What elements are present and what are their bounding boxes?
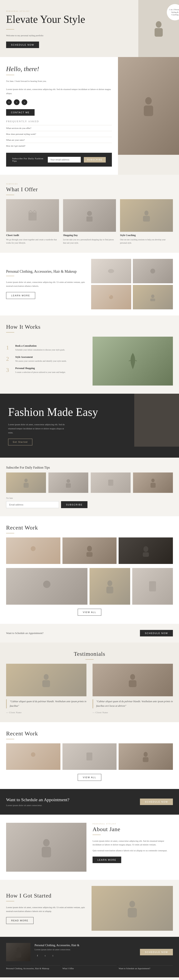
- subscribe-bar: Subscribe For Daily Fashion Tips Subscri…: [6, 153, 112, 167]
- testimonial-1-author: — Client Name: [6, 711, 22, 714]
- faq-item-1[interactable]: What services do you offer?: [6, 125, 112, 131]
- how-started-section: How I Got Started Lorem ipsum dolor sit …: [0, 880, 179, 937]
- cta-schedule-section: Want to Schedule an Appointment? Schedul…: [0, 624, 179, 643]
- step-1-desc: Schedule your initial consultation to di…: [15, 348, 65, 352]
- subscribe-button[interactable]: Subscribe: [84, 157, 106, 162]
- hello-right-image: [118, 57, 179, 175]
- svg-rect-3: [144, 105, 153, 116]
- footer-cta-text: Want to Schedule an Appointment? Lorem i…: [6, 797, 70, 807]
- work-img-6: [132, 568, 173, 605]
- instagram-icon[interactable]: i: [22, 99, 27, 105]
- sub-img-3: [91, 473, 131, 493]
- step-2: 2 Style Assessment We assess your curren…: [6, 356, 86, 363]
- subscribe-grid: [6, 473, 173, 493]
- svg-rect-32: [149, 581, 156, 592]
- svg-point-12: [108, 294, 111, 296]
- svg-point-39: [144, 752, 148, 757]
- about-jane-section: Personal Stylist About Jane Lorem ipsum …: [0, 815, 179, 880]
- how-started-grid: How I Got Started Lorem ipsum dolor sit …: [6, 886, 173, 931]
- step-1-title: Book a Consultation: [15, 344, 65, 347]
- how-works-image: [93, 337, 173, 385]
- about-dark-section: Personal Clothing, Accessories, Hair & L…: [0, 937, 179, 977]
- twitter-icon[interactable]: t: [14, 99, 19, 105]
- how-started-text: How I Got Started Lorem ipsum dolor sit …: [6, 892, 87, 924]
- about-dark-image: [6, 943, 30, 961]
- about-dark-body: Lorem ipsum dolor sit amet consectetur.: [35, 948, 79, 951]
- about-dark-ig-icon[interactable]: i: [50, 953, 56, 958]
- cta-schedule-text: Want to Schedule an Appointment?: [6, 632, 44, 635]
- about-jane-cta[interactable]: Learn More: [93, 857, 121, 863]
- work-img-3: [119, 538, 173, 564]
- subscribe-title: Subscribe For Daily Fashion Tips: [12, 157, 45, 162]
- how-works-photo: [93, 337, 173, 385]
- faq-item-3[interactable]: What are your rates?: [6, 137, 112, 143]
- how-started-cta[interactable]: Read More: [6, 917, 33, 924]
- testimonials-section: Testimonials "Cubitur aliquet quam id du…: [0, 643, 179, 722]
- hello-left: Hello, there! I'm Jane. I look forward t…: [0, 57, 118, 175]
- personal-clothing-text: Personal Clothing, Accessories, Hair & M…: [6, 269, 88, 299]
- clothing-image-4: [133, 285, 173, 309]
- svg-point-0: [156, 21, 162, 28]
- offer-item-2-title: Shopping Day: [63, 234, 116, 237]
- facebook-icon[interactable]: f: [6, 99, 12, 105]
- footer-cta-body: Lorem ipsum dolor sit amet consectetur.: [6, 804, 70, 807]
- how-works-title: How It Works: [6, 324, 173, 330]
- svg-rect-31: [106, 587, 113, 593]
- faq-title: Frequently Asked: [6, 120, 112, 123]
- svg-point-33: [44, 674, 49, 680]
- svg-rect-23: [150, 483, 155, 488]
- about-dark-tw-icon[interactable]: t: [42, 953, 48, 958]
- faq-section: Frequently Asked What services do you of…: [6, 120, 112, 149]
- offer-tag: Services: [6, 183, 173, 185]
- about-services-tag: What I Offer: [62, 965, 117, 971]
- subscribe2-title: Subscribe For Daily Fashion Tips: [6, 466, 173, 469]
- about-jane-body2: Quis nostrud exercitation ullamco labori…: [93, 849, 173, 853]
- svg-point-30: [108, 581, 112, 586]
- hello-cta-button[interactable]: Contact Me: [6, 109, 35, 116]
- faq-item-4[interactable]: How do I get started?: [6, 143, 112, 149]
- testimonial-2: "Cubitur aliquet quam id du pulvinar bla…: [93, 664, 173, 714]
- svg-point-19: [67, 479, 70, 483]
- about-dark-fb-icon[interactable]: f: [35, 953, 40, 958]
- how-started-image: [92, 886, 173, 931]
- hello-title: Hello, there!: [6, 65, 112, 73]
- how-works-section: How It Works 1 Book a Consultation Sched…: [0, 315, 179, 394]
- offer-image-2: [63, 199, 116, 232]
- recent-work-view-all[interactable]: View All: [78, 609, 101, 616]
- subscribe2-email-input[interactable]: [6, 501, 59, 508]
- svg-point-25: [87, 546, 92, 552]
- testimonials-grid: "Cubitur aliquet quam id du pulvinar bla…: [6, 664, 173, 714]
- clothing-image-2: [133, 259, 173, 283]
- recent-work2-grid: [6, 743, 173, 770]
- fashion-easy-title: Fashion Made Easy: [8, 406, 126, 418]
- hello-photo: [118, 57, 179, 155]
- personal-clothing-cta[interactable]: Learn More: [6, 292, 35, 299]
- hello-body1: I'm Jane. I look forward to hearing from…: [6, 79, 112, 83]
- how-works-steps: 1 Book a Consultation Schedule your init…: [6, 344, 86, 378]
- footer-cta-button[interactable]: Schedule Now: [140, 799, 173, 805]
- recent-work2-view-all[interactable]: View All: [78, 774, 101, 781]
- fashion-easy-text: Fashion Made Easy Lorem ipsum dolor sit …: [0, 394, 134, 458]
- fashion-easy-cta[interactable]: Get Started: [8, 439, 32, 445]
- testimonial-1: "Cubitur aliquet quam id du pulvinar bla…: [6, 664, 86, 714]
- hero-text: Personal Stylist Elevate Your Style Welc…: [0, 0, 138, 57]
- sub-img-4: [133, 473, 173, 493]
- subscribe2-button[interactable]: Subscribe: [61, 501, 87, 508]
- subscribe-tips-section: Subscribe For Daily Fashion Tips I'm Jan…: [0, 458, 179, 516]
- subscribe-email-input[interactable]: [48, 157, 81, 162]
- how-works-divider: [6, 332, 14, 332]
- about-dark-cta[interactable]: Schedule Now: [140, 949, 173, 955]
- svg-point-15: [154, 411, 160, 419]
- recent-work2-section: Recent Work View All: [0, 722, 179, 789]
- svg-point-2: [145, 97, 152, 105]
- step-2-num: 2: [6, 356, 12, 363]
- about-dark-text: Personal Clothing, Accessories, Hair & L…: [35, 944, 79, 961]
- hello-body2: Lorem ipsum dolor sit amet, consectetur …: [6, 88, 112, 95]
- cta-schedule-button[interactable]: Schedule Now: [140, 630, 173, 636]
- about-dark-inner: Personal Clothing, Accessories, Hair & L…: [6, 943, 173, 961]
- hero-cta-button[interactable]: Schedule Now: [6, 41, 39, 48]
- svg-rect-42: [42, 847, 51, 858]
- faq-item-2[interactable]: How does personal styling work?: [6, 131, 112, 137]
- personal-clothing-section: Personal Clothing, Accessories, Hair & M…: [0, 253, 179, 315]
- work-img-1: [6, 538, 60, 564]
